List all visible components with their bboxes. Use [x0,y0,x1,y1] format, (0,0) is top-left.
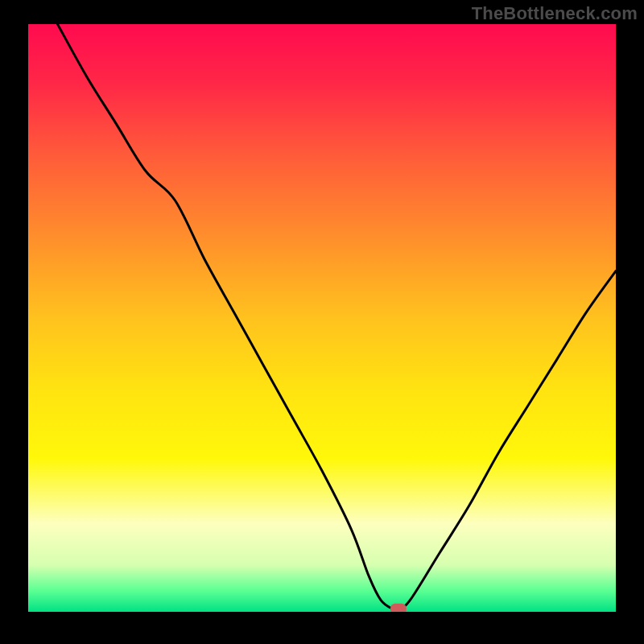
plot-area [28,24,616,612]
chart-background [28,24,616,612]
chart-svg [28,24,616,612]
chart-marker [390,604,407,612]
chart-container: TheBottleneck.com [0,0,644,644]
watermark-text: TheBottleneck.com [472,3,638,24]
